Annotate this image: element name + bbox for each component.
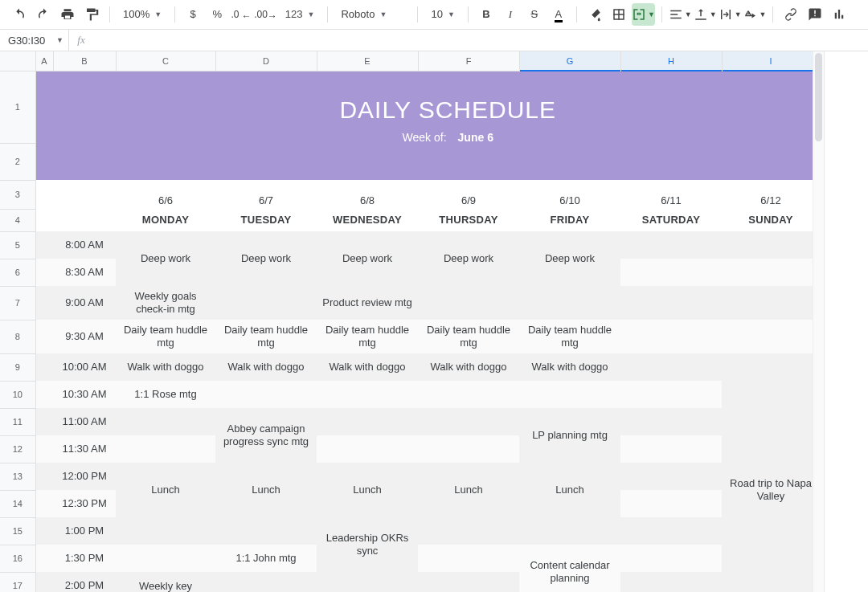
cell[interactable] bbox=[35, 231, 53, 259]
cell[interactable] bbox=[317, 408, 418, 435]
vertical-align-button[interactable]: ▼ bbox=[694, 3, 717, 26]
event-cell[interactable]: Daily team huddle mtg bbox=[519, 320, 620, 353]
text-rotation-button[interactable]: ▼ bbox=[743, 3, 767, 26]
cell[interactable] bbox=[35, 381, 53, 408]
cell[interactable] bbox=[722, 259, 820, 286]
row-header-2[interactable]: 2 bbox=[0, 143, 35, 180]
day-header[interactable]: MONDAY bbox=[116, 209, 215, 231]
undo-button[interactable] bbox=[8, 3, 31, 26]
cell[interactable] bbox=[418, 408, 519, 435]
cell[interactable] bbox=[620, 545, 722, 572]
event-cell[interactable]: Product review mtg bbox=[317, 286, 418, 320]
row-header-3[interactable]: 3 bbox=[0, 180, 35, 209]
fill-color-button[interactable] bbox=[583, 3, 606, 26]
row-header-6[interactable]: 6 bbox=[0, 259, 35, 286]
event-cell[interactable]: Lunch bbox=[317, 463, 418, 517]
cell[interactable] bbox=[35, 463, 53, 490]
cell[interactable] bbox=[116, 517, 215, 545]
time-cell[interactable]: 9:30 AM bbox=[53, 320, 116, 353]
time-cell[interactable]: 11:00 AM bbox=[53, 408, 116, 435]
event-cell[interactable]: Walk with doggo bbox=[215, 353, 317, 381]
cell[interactable] bbox=[620, 353, 722, 381]
time-cell[interactable]: 1:30 PM bbox=[53, 545, 116, 572]
row-header-16[interactable]: 16 bbox=[0, 545, 35, 572]
bold-button[interactable]: B bbox=[475, 3, 497, 26]
more-formats-select[interactable]: 123▼ bbox=[279, 3, 321, 26]
cell[interactable] bbox=[35, 353, 53, 381]
cell[interactable] bbox=[620, 463, 722, 490]
date-header[interactable]: 6/9 bbox=[418, 180, 519, 209]
cell[interactable] bbox=[53, 180, 116, 209]
cell[interactable] bbox=[418, 517, 519, 545]
cell[interactable] bbox=[35, 545, 53, 572]
time-cell[interactable]: 12:00 PM bbox=[53, 463, 116, 490]
text-color-button[interactable]: A bbox=[547, 3, 570, 26]
event-cell[interactable]: Lunch bbox=[418, 463, 519, 517]
date-header[interactable]: 6/11 bbox=[620, 180, 722, 209]
decrease-decimal-button[interactable]: .0 ← bbox=[230, 3, 252, 26]
time-cell[interactable]: 12:30 PM bbox=[53, 490, 116, 517]
spreadsheet-grid[interactable]: A B C D E F G H I J 1 DAILY SCHEDULE We bbox=[0, 51, 824, 592]
cell[interactable] bbox=[35, 490, 53, 517]
row-header-1[interactable]: 1 bbox=[0, 71, 35, 143]
row-header-8[interactable]: 8 bbox=[0, 320, 35, 353]
font-size-select[interactable]: 10▼ bbox=[424, 3, 461, 26]
event-cell[interactable]: Deep work bbox=[215, 231, 317, 286]
cell[interactable] bbox=[35, 517, 53, 545]
cell[interactable] bbox=[35, 259, 53, 286]
cell[interactable] bbox=[215, 286, 317, 320]
row-header-15[interactable]: 15 bbox=[0, 517, 35, 545]
row-header-10[interactable]: 10 bbox=[0, 381, 35, 408]
row-header-9[interactable]: 9 bbox=[0, 353, 35, 381]
vertical-scrollbar[interactable] bbox=[813, 51, 824, 592]
col-header-F[interactable]: F bbox=[418, 51, 519, 71]
day-header[interactable]: SUNDAY bbox=[722, 209, 820, 231]
col-header-H[interactable]: H bbox=[620, 51, 722, 71]
time-cell[interactable]: 1:00 PM bbox=[53, 517, 116, 545]
col-header-D[interactable]: D bbox=[215, 51, 317, 71]
cell[interactable] bbox=[116, 408, 215, 435]
date-header[interactable]: 6/8 bbox=[317, 180, 418, 209]
day-header[interactable]: SATURDAY bbox=[620, 209, 722, 231]
row-header-7[interactable]: 7 bbox=[0, 286, 35, 320]
event-cell[interactable]: Leadership OKRs sync bbox=[317, 517, 418, 572]
horizontal-align-button[interactable]: ▼ bbox=[669, 3, 692, 26]
event-cell[interactable]: Lunch bbox=[116, 463, 215, 517]
day-header[interactable]: THURSDAY bbox=[418, 209, 519, 231]
cell[interactable] bbox=[35, 408, 53, 435]
event-cell[interactable]: Abbey campaign progress sync mtg bbox=[215, 408, 317, 463]
cell[interactable] bbox=[722, 320, 820, 353]
cell[interactable] bbox=[35, 320, 53, 353]
cell[interactable] bbox=[53, 209, 116, 231]
cell[interactable] bbox=[418, 286, 519, 320]
cell[interactable] bbox=[620, 381, 722, 408]
time-cell[interactable]: 8:00 AM bbox=[53, 231, 116, 259]
cell[interactable] bbox=[317, 381, 418, 408]
time-cell[interactable]: 8:30 AM bbox=[53, 259, 116, 286]
cell[interactable] bbox=[317, 572, 418, 592]
event-cell[interactable]: Lunch bbox=[519, 463, 620, 517]
cell[interactable] bbox=[620, 286, 722, 320]
cell[interactable] bbox=[722, 286, 820, 320]
col-header-G[interactable]: G bbox=[519, 51, 620, 71]
cell[interactable] bbox=[35, 435, 53, 463]
event-cell[interactable]: LP planning mtg bbox=[519, 408, 620, 463]
row-header-4[interactable]: 4 bbox=[0, 209, 35, 231]
cell[interactable] bbox=[418, 381, 519, 408]
scrollbar-thumb[interactable] bbox=[815, 53, 822, 141]
col-header-E[interactable]: E bbox=[317, 51, 418, 71]
text-wrap-button[interactable]: ▼ bbox=[719, 3, 742, 26]
format-percent-button[interactable]: % bbox=[206, 3, 228, 26]
cell[interactable] bbox=[519, 517, 620, 545]
cell[interactable] bbox=[418, 545, 519, 572]
cell[interactable] bbox=[722, 231, 820, 259]
cell[interactable] bbox=[620, 517, 722, 545]
name-box[interactable]: G30:I30 ▼ bbox=[0, 30, 69, 51]
row-header-17[interactable]: 17 bbox=[0, 572, 35, 592]
col-header-C[interactable]: C bbox=[116, 51, 215, 71]
banner-cell[interactable]: DAILY SCHEDULE Week of:June 6 bbox=[35, 71, 824, 180]
formula-input[interactable] bbox=[93, 30, 868, 51]
time-cell[interactable]: 10:30 AM bbox=[53, 381, 116, 408]
event-cell[interactable]: Weekly goals check-in mtg bbox=[116, 286, 215, 320]
day-header[interactable]: FRIDAY bbox=[519, 209, 620, 231]
